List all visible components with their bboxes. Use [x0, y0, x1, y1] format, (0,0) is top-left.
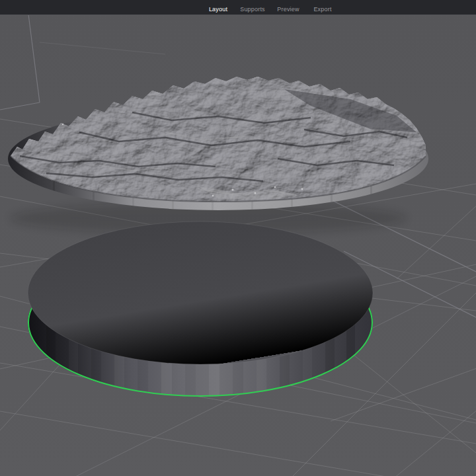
slicer-app: Layout Supports Preview Export — [0, 0, 476, 476]
tab-preview[interactable]: Preview — [270, 0, 307, 15]
export-icon — [315, 0, 331, 6]
tab-layout[interactable]: Layout — [200, 0, 237, 15]
tab-layout-label: Layout — [209, 7, 227, 13]
tab-export[interactable]: Export — [304, 0, 341, 15]
tab-supports[interactable]: Supports — [234, 0, 271, 15]
tab-export-label: Export — [313, 7, 331, 13]
tab-preview-label: Preview — [277, 7, 299, 13]
cylinder-top-face — [28, 221, 373, 364]
preview-icon — [280, 0, 296, 6]
supports-icon — [245, 0, 260, 6]
layout-icon — [210, 0, 226, 6]
viewport-3d[interactable] — [0, 15, 476, 476]
tab-supports-label: Supports — [240, 7, 265, 13]
top-toolbar: Layout Supports Preview Export — [0, 0, 476, 15]
